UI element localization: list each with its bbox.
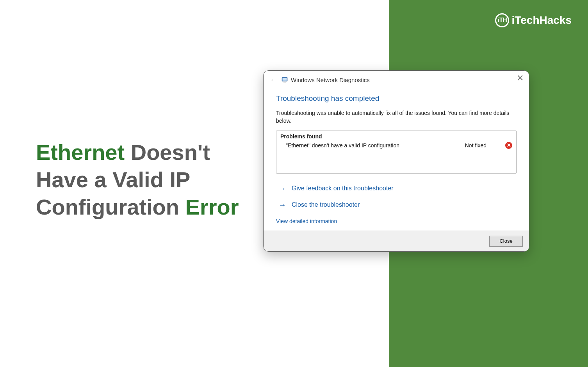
brand-logo: iTH iTechHacks [495,13,572,27]
svg-rect-2 [283,82,286,82]
dialog-footer: Close [264,231,529,251]
page-headline: Ethernet Doesn't Have a Valid IP Configu… [36,139,247,221]
dialog-title: Windows Network Diagnostics [291,77,370,83]
give-feedback-link[interactable]: → Give feedback on this troubleshooter [276,184,517,192]
troubleshooter-dialog: ← Windows Network Diagnostics ✕ Troubles… [263,70,529,252]
problems-found-box: Problems found "Ethernet" doesn't have a… [276,131,517,174]
problem-row[interactable]: "Ethernet" doesn't have a valid IP confi… [280,142,512,149]
close-button[interactable]: Close [489,236,523,247]
svg-rect-1 [283,78,287,81]
give-feedback-label: Give feedback on this troubleshooter [292,185,394,192]
error-icon: ✕ [505,142,512,149]
brand-badge-icon: iTH [495,13,509,27]
troubleshoot-heading: Troubleshooting has completed [276,94,517,103]
problem-text: "Ethernet" doesn't have a valid IP confi… [286,142,465,149]
problem-status: Not fixed [465,142,486,149]
view-detailed-info-link[interactable]: View detailed information [276,218,337,224]
headline-highlight-1: Ethernet [36,140,125,165]
troubleshoot-description: Troubleshooting was unable to automatica… [276,109,517,125]
headline-highlight-2: Error [185,195,239,219]
close-troubleshooter-link[interactable]: → Close the troubleshooter [276,201,517,209]
arrow-right-icon: → [278,201,286,209]
close-icon[interactable]: ✕ [517,74,524,82]
network-diagnostics-icon [282,77,288,83]
problems-found-label: Problems found [280,133,512,140]
dialog-titlebar: ← Windows Network Diagnostics ✕ [264,71,529,86]
close-troubleshooter-label: Close the troubleshooter [292,201,360,208]
brand-name: iTechHacks [511,14,572,27]
back-arrow-icon[interactable]: ← [270,76,277,83]
dialog-body: Troubleshooting has completed Troublesho… [264,86,529,231]
arrow-right-icon: → [278,184,286,192]
